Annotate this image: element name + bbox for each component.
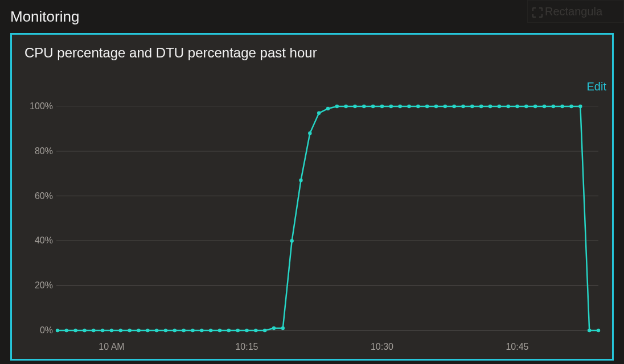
series-point [569, 105, 573, 108]
series-point [434, 105, 438, 108]
series-point [389, 105, 393, 108]
series-point [506, 105, 510, 108]
series-point [200, 329, 203, 332]
series-point [254, 329, 257, 332]
y-axis-tick-label: 60% [35, 191, 53, 201]
series-point [524, 105, 528, 108]
x-axis-tick-label: 10:45 [506, 342, 528, 351]
series-point [470, 105, 474, 108]
series-point [182, 329, 185, 332]
y-axis-tick-label: 40% [35, 235, 53, 245]
series-point [371, 105, 375, 108]
series-point [380, 105, 384, 108]
series-point [461, 105, 465, 108]
series-point [173, 329, 176, 332]
series-point [146, 329, 149, 332]
monitoring-chart-tile[interactable]: CPU percentage and DTU percentage past h… [10, 33, 614, 361]
series-point [552, 105, 555, 108]
series-point [407, 105, 410, 108]
series-point [326, 107, 330, 110]
series-line [58, 106, 598, 330]
series-point [543, 105, 546, 108]
series-point [597, 329, 600, 332]
x-axis-tick-label: 10:30 [371, 342, 393, 351]
rectangular-tool-label: Rectangula [545, 5, 602, 18]
series-point [578, 105, 582, 108]
y-axis-tick-label: 100% [30, 102, 53, 111]
x-axis-tick-label: 10:15 [235, 342, 258, 351]
series-point [335, 105, 339, 108]
series-point [479, 105, 483, 108]
series-point [488, 105, 492, 108]
series-point [353, 105, 356, 108]
series-point [155, 329, 158, 332]
y-axis-tick-label: 80% [35, 146, 53, 156]
series-point [533, 105, 537, 108]
series-point [137, 329, 140, 332]
rectangular-tool-button[interactable]: Rectangula [527, 0, 624, 23]
series-point [83, 329, 86, 332]
series-point [515, 105, 519, 108]
chart-area: 0%20%40%60%80%100%10 AM10:1510:3010:45 [26, 102, 603, 355]
series-point [281, 326, 285, 330]
series-point [65, 329, 68, 332]
series-point [73, 329, 77, 332]
series-point [560, 105, 564, 108]
series-point [92, 329, 95, 332]
series-point [498, 105, 501, 108]
series-point [110, 329, 113, 332]
series-point [236, 329, 239, 332]
series-point [317, 111, 321, 115]
series-point [444, 105, 447, 108]
series-point [191, 329, 194, 332]
series-point [452, 105, 455, 108]
y-axis-tick-label: 0% [40, 325, 53, 335]
y-axis-tick-label: 20% [35, 280, 53, 290]
series-point [416, 105, 420, 108]
series-point [588, 329, 591, 332]
series-point [128, 329, 131, 332]
series-point [245, 329, 248, 332]
series-point [272, 326, 276, 330]
series-point [299, 179, 302, 182]
x-axis-tick-label: 10 AM [98, 342, 124, 351]
series-point [308, 131, 311, 135]
series-point [101, 329, 104, 332]
series-point [209, 329, 212, 332]
series-point [227, 329, 231, 332]
series-point [344, 105, 347, 108]
chart-title: CPU percentage and DTU percentage past h… [24, 45, 605, 61]
series-point [263, 329, 266, 332]
series-point [362, 105, 366, 108]
page-title: Monitoring [10, 8, 615, 26]
edit-link[interactable]: Edit [587, 80, 606, 93]
series-point [218, 329, 221, 332]
series-point [56, 329, 59, 332]
line-chart: 0%20%40%60%80%100%10 AM10:1510:3010:45 [26, 102, 602, 358]
series-point [398, 105, 401, 108]
series-point [164, 329, 167, 332]
series-point [425, 105, 429, 108]
series-point [119, 329, 122, 332]
series-point [290, 239, 293, 242]
